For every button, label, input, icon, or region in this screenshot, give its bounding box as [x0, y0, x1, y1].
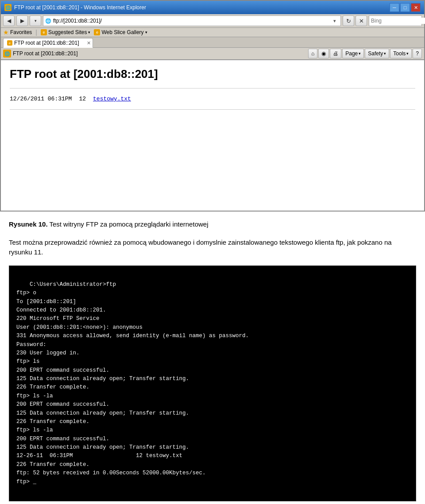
favorites-star-icon: ★ [3, 29, 9, 36]
ie-window: 🌐 FTP root at [2001:db8::201] - Windows … [0, 0, 425, 212]
web-slice-icon: e [94, 29, 100, 35]
terminal-block: C:\Users\Administrator>ftp ftp> o To [20… [9, 265, 416, 502]
suggested-sites-label: Suggested Sites [48, 29, 87, 35]
address-input[interactable] [53, 18, 329, 24]
print-icon: 🖨 [333, 50, 338, 57]
ftp-file-listing: 12/26/2011 06:31PM 12 testowy.txt [10, 96, 415, 102]
ie-tabbar: e FTP root at [2001:db8::201] ✕ [1, 37, 424, 48]
ie-tab-ftp[interactable]: e FTP root at [2001:db8::201] ✕ [3, 38, 93, 48]
tools-label: Tools [393, 50, 406, 57]
breadcrumb-text: FTP root at [2001:db8::201] [13, 50, 78, 57]
tab-close-icon[interactable]: ✕ [87, 40, 91, 46]
page-button[interactable]: Page ▾ [342, 49, 364, 58]
home-icon: ⌂ [311, 50, 314, 57]
refresh-button[interactable]: ↻ [343, 15, 354, 26]
help-icon: ? [416, 50, 419, 57]
safety-button[interactable]: Safety ▾ [365, 49, 389, 58]
ftp-bottom-divider [10, 109, 415, 110]
ie-main-toolbar: ◀ ▶ ▾ 🌐 ▾ ↻ ✕ Bing [1, 14, 424, 28]
ie-titlebar-icon: 🌐 [4, 4, 12, 11]
ftp-file-date: 12/26/2011 06:31PM [10, 96, 72, 102]
home-button[interactable]: ⌂ [308, 49, 317, 58]
bing-search-bar: Bing [369, 15, 422, 26]
forward-button[interactable]: ▶ [16, 15, 28, 26]
address-go-button[interactable]: ▾ [331, 17, 339, 25]
favorites-label: Favorites [10, 29, 32, 35]
back-button[interactable]: ◀ [3, 15, 15, 26]
ie-toolbar2-left: 🌐 FTP root at [2001:db8::201] [3, 50, 78, 58]
figure10-bold: Rysunek 10. [9, 220, 48, 228]
rss-icon: ◉ [321, 50, 326, 57]
tools-button[interactable]: Tools ▾ [390, 49, 412, 58]
ie-toolbar2: 🌐 FTP root at [2001:db8::201] ⌂ ◉ 🖨 Page… [1, 48, 424, 60]
close-button[interactable]: ✕ [411, 3, 421, 12]
page-label: Page [345, 50, 358, 57]
restore-button[interactable]: □ [400, 3, 410, 12]
web-slice-button[interactable]: e Web Slice Gallery ▾ [94, 29, 147, 35]
safety-dropdown-icon: ▾ [384, 51, 386, 56]
ie-titlebar-buttons: ─ □ ✕ [390, 3, 421, 12]
paragraph1-text: Test można przeprowadzić również za pomo… [9, 238, 416, 258]
suggested-sites-button[interactable]: e Suggested Sites ▾ [41, 29, 90, 35]
ie-titlebar-title: FTP root at [2001:db8::201] - Windows In… [14, 4, 390, 11]
nav-dropdown-button[interactable]: ▾ [30, 15, 41, 26]
help-button[interactable]: ? [413, 49, 422, 58]
fav-separator: | [35, 29, 37, 36]
ftp-file-size: 12 [79, 96, 86, 102]
rss-button[interactable]: ◉ [318, 49, 329, 58]
suggested-sites-dropdown-icon[interactable]: ▾ [88, 30, 90, 35]
favorites-button[interactable]: ★ Favorites [3, 29, 32, 36]
ftp-top-divider [10, 88, 415, 88]
document-body: Rysunek 10. Test witryny FTP za pomocą p… [0, 212, 425, 504]
terminal-content: C:\Users\Administrator>ftp ftp> o To [20… [16, 281, 249, 485]
safety-label: Safety [368, 50, 383, 57]
address-bar: 🌐 ▾ [43, 15, 341, 26]
web-slice-dropdown-icon[interactable]: ▾ [145, 30, 147, 35]
page-dropdown-icon: ▾ [359, 51, 361, 56]
address-bar-icon: 🌐 [45, 18, 51, 24]
tools-dropdown-icon: ▾ [406, 51, 409, 56]
ie-titlebar: 🌐 FTP root at [2001:db8::201] - Windows … [1, 1, 424, 14]
tab-icon: e [7, 40, 12, 46]
suggested-sites-icon: e [41, 29, 47, 35]
bing-search-input[interactable] [369, 18, 425, 24]
minimize-button[interactable]: ─ [390, 3, 399, 12]
ftp-page-content: FTP root at [2001:db8::201] 12/26/2011 0… [1, 60, 424, 211]
ftp-file-link[interactable]: testowy.txt [93, 96, 131, 102]
ie-toolbar-icons: ↻ ✕ [343, 15, 367, 26]
figure10-caption: Rysunek 10. Test witryny FTP za pomocą p… [9, 219, 416, 230]
tab-label: FTP root at [2001:db8::201] [14, 40, 79, 46]
ie-toolbar2-right: ⌂ ◉ 🖨 Page ▾ Safety ▾ Tools ▾ ? [308, 49, 422, 58]
web-slice-label: Web Slice Gallery [101, 29, 143, 35]
ie-favorites-bar: ★ Favorites | e Suggested Sites ▾ e Web … [1, 28, 424, 37]
figure10-caption-text: Test witryny FTP za pomocą przeglądarki … [48, 220, 209, 228]
stop-button[interactable]: ✕ [355, 15, 367, 26]
ftp-file-row: 12/26/2011 06:31PM 12 testowy.txt [10, 96, 415, 102]
breadcrumb-icon: 🌐 [3, 50, 11, 58]
ftp-page-title: FTP root at [2001:db8::201] [10, 67, 415, 81]
print-button[interactable]: 🖨 [330, 49, 341, 58]
